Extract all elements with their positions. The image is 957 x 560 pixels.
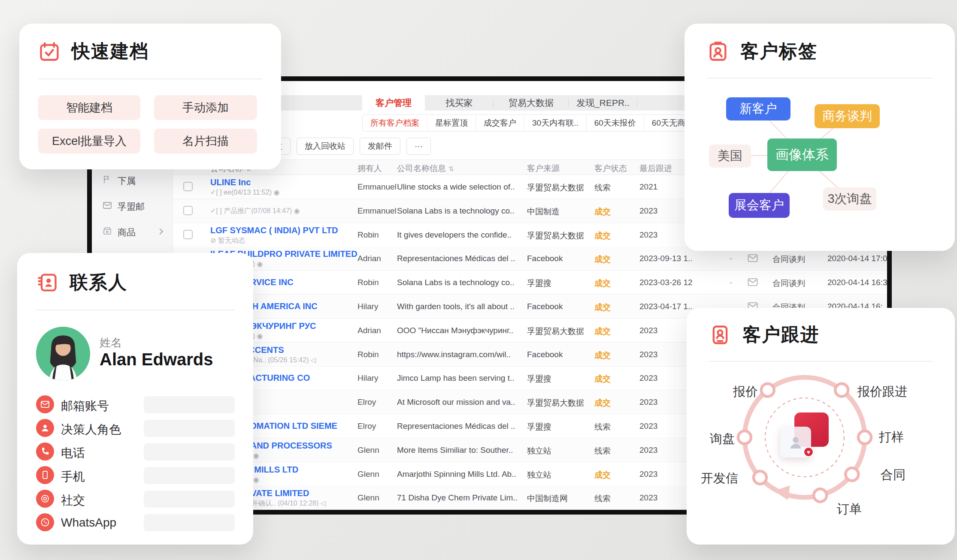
source-cell: 孚盟搜 <box>527 278 551 289</box>
column-info[interactable]: 公司名称信息⇅ <box>397 163 454 174</box>
stage-date-cell: 2020-04-14 17:01 <box>827 254 887 263</box>
row-checkbox[interactable] <box>183 230 193 239</box>
status-badge: 成交 <box>594 397 611 409</box>
status-badge: 成交 <box>594 278 611 289</box>
tab-3[interactable]: 贸易大数据 <box>494 95 569 111</box>
customer-tag[interactable]: 商务谈判 <box>815 104 880 128</box>
card-title: 快速建档 <box>72 39 149 64</box>
contact-field-label: 手机 <box>61 469 85 485</box>
contact-field: 手机 <box>17 466 253 485</box>
follow-step-label: 询盘 <box>694 431 735 448</box>
contact-field-input[interactable] <box>144 514 235 531</box>
last-follow-cell: 2023 <box>639 326 657 335</box>
tab-1[interactable]: 客户管理 <box>362 95 425 111</box>
follow-step-label: 打样 <box>879 429 920 446</box>
company-info-cell: It gives developers the confide.. <box>397 230 512 240</box>
owner-cell: Adrian <box>357 254 381 263</box>
contact-field: 决策人角色 <box>17 419 253 438</box>
source-cell: 孚盟贸易大数据 <box>527 397 584 409</box>
last-follow-cell: 2023-04-17 1.. <box>639 302 693 311</box>
customer-tag[interactable]: 新客户 <box>726 97 790 120</box>
sidebar-item-3[interactable]: 商品 <box>92 223 173 241</box>
quick-action-button-4[interactable]: 名片扫描 <box>154 129 257 154</box>
status-badge: 线索 <box>594 422 611 433</box>
stage-cell: 合同谈判 <box>772 278 805 289</box>
last-follow-cell: 2023 <box>639 422 657 431</box>
customer-tag[interactable]: 3次询盘 <box>823 187 876 211</box>
tag-connector-lines <box>684 24 955 251</box>
company-activity: ✓[ ] ee(04/13 11:52) ◉ <box>210 188 279 196</box>
source-cell: 孚盟贸易大数据 <box>527 182 584 193</box>
status-badge: 成交 <box>594 350 611 361</box>
contact-field-label: WhatsApp <box>61 516 116 530</box>
owner-cell: Adrian <box>357 326 381 335</box>
status-badge: 成交 <box>594 326 611 337</box>
contact-field-input[interactable] <box>144 491 235 508</box>
row-checkbox[interactable] <box>183 206 193 215</box>
phone-icon <box>36 443 54 461</box>
customer-tag[interactable]: 画像体系 <box>767 138 837 171</box>
source-cell: 孚盟搜 <box>527 373 551 385</box>
filter-chip-3[interactable]: 成交客户 <box>475 115 524 131</box>
toolbar-button-3[interactable]: 发邮件 <box>360 138 400 155</box>
source-cell: Facebook <box>527 350 563 359</box>
tab-label: 发现_REPR.. <box>576 97 630 109</box>
heart-icon: ♥ <box>803 447 814 457</box>
sidebar-item-label: 商品 <box>118 226 136 238</box>
sidebar-item-2[interactable]: 孚盟邮 <box>92 197 173 216</box>
mail-icon <box>36 395 54 413</box>
tab-4[interactable]: 发现_REPR.. <box>569 95 637 111</box>
toolbar-button-4[interactable]: ··· <box>406 138 431 155</box>
company-name-link[interactable]: LGF SYSMAC ( INDIA) PVT LTD <box>210 226 338 235</box>
status-badge: 成交 <box>594 230 611 241</box>
quick-action-button-3[interactable]: Excel批量导入 <box>38 129 140 154</box>
social-icon <box>36 490 54 508</box>
company-info-cell: ООО "Ниссан Мэнуфэкчуринг.. <box>397 326 513 335</box>
status-badge: 线索 <box>594 182 611 193</box>
mail-icon <box>102 200 112 211</box>
source-cell: Facebook <box>527 254 563 263</box>
source-cell: 孚盟贸易大数据 <box>527 326 584 337</box>
contact-book-icon <box>36 271 58 294</box>
sidebar-item-1[interactable]: 下属 <box>92 171 173 190</box>
owner-cell: Elroy <box>357 397 376 407</box>
filter-chip-2[interactable]: 星标置顶 <box>427 115 475 131</box>
source-cell: 孚盟贸易大数据 <box>527 230 584 241</box>
company-name-link[interactable]: ULINE Inc <box>210 178 251 187</box>
filter-segments: 所有客户档案星标置顶成交客户30天内有联..60天未报价60天无商机 <box>362 114 702 132</box>
contact-field-label: 决策人角色 <box>61 422 121 438</box>
contact-field: WhatsApp <box>17 513 253 532</box>
filter-chip-5[interactable]: 60天未报价 <box>586 115 644 131</box>
sort-icon[interactable]: ⇅ <box>448 165 454 172</box>
mail-icon[interactable] <box>748 254 758 262</box>
status-badge: 成交 <box>594 254 611 265</box>
customer-tag[interactable]: 美国 <box>709 145 751 168</box>
quick-action-button-2[interactable]: 手动添加 <box>154 95 257 120</box>
row-checkbox[interactable] <box>183 182 193 191</box>
contact-field: 邮箱账号 <box>17 395 253 414</box>
contact-field-input[interactable] <box>144 467 235 484</box>
mail-icon[interactable] <box>748 278 758 286</box>
customer-tag[interactable]: 展会客户 <box>729 193 790 218</box>
owner-cell: Elroy <box>357 422 376 431</box>
person-icon <box>36 419 54 437</box>
whatsapp-icon <box>36 513 54 531</box>
company-info-cell: Representaciones Médicas del .. <box>397 254 515 263</box>
contact-field-input[interactable] <box>144 396 235 413</box>
company-info-cell: Representaciones Médicas del .. <box>397 422 515 431</box>
owner-cell: Glenn <box>357 493 379 503</box>
tab-label: 找买家 <box>446 97 473 109</box>
filter-chip-4[interactable]: 30天内有联.. <box>524 115 586 131</box>
quick-action-button-1[interactable]: 智能建档 <box>38 95 140 120</box>
contact-field-input[interactable] <box>144 443 235 461</box>
owner-cell: Hilary <box>357 373 379 383</box>
filter-chip-1[interactable]: 所有客户档案 <box>363 115 427 131</box>
contact-field-input[interactable] <box>144 420 235 437</box>
avatar <box>36 327 90 381</box>
status-badge: 线索 <box>594 493 611 504</box>
last-follow-cell: 2023-09-13 1.. <box>639 254 693 263</box>
toolbar-button-2[interactable]: 放入回收站 <box>297 138 354 155</box>
owner-cell: Emmanuel <box>357 206 397 216</box>
company-activity: ⊘ 暂无动态 <box>210 236 245 245</box>
tab-2[interactable]: 找买家 <box>425 95 494 111</box>
